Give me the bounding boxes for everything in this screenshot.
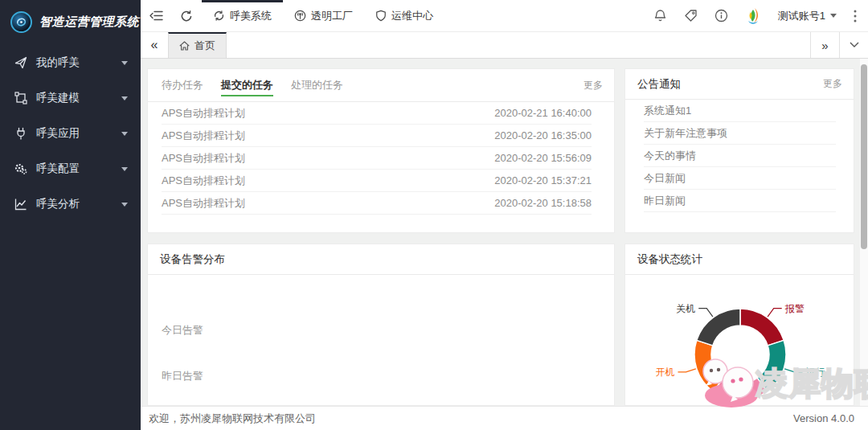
tab-home-label: 首页 [194, 39, 215, 53]
nav-item-ops-center[interactable]: 运维中心 [364, 0, 444, 32]
alarm-panel-header: 设备告警分布 [148, 244, 614, 275]
nav-item-transparent-factory[interactable]: 透明工厂 [283, 0, 364, 32]
nav-item-label: 运维中心 [391, 9, 433, 23]
task-row[interactable]: APS自动排程计划 2020-02-21 16:40:00 [162, 102, 592, 125]
svg-text:运行: 运行 [806, 367, 825, 378]
sync-icon [213, 10, 225, 22]
announcements-title: 公告通知 [637, 77, 681, 92]
footer-version: Version 4.0.0 [793, 412, 854, 424]
tab-submitted-tasks[interactable]: 提交的任务 [221, 69, 273, 102]
svg-text:开机: 开机 [655, 367, 674, 378]
chevron-down-icon [121, 96, 128, 100]
tasks-more-link[interactable]: 更多 [583, 79, 603, 92]
sidebar-menu: 我的呼美 呼美建模 呼美应用 呼美配置 [0, 45, 141, 222]
paper-plane-icon [14, 56, 27, 70]
sidebar-item-humei-analysis[interactable]: 呼美分析 [0, 186, 141, 222]
plug-icon [14, 127, 27, 141]
page-tabbar: « 首页 » [141, 32, 868, 59]
task-time: 2020-02-20 15:37:21 [494, 174, 592, 186]
info-icon[interactable] [714, 9, 728, 23]
alarm-panel-title: 设备告警分布 [160, 252, 225, 267]
task-row[interactable]: APS自动排程计划 2020-02-20 16:35:00 [162, 125, 592, 147]
tasks-list: APS自动排程计划 2020-02-21 16:40:00 APS自动排程计划 … [148, 102, 614, 215]
chevron-down-icon [121, 167, 128, 171]
svg-text:关机: 关机 [676, 303, 695, 314]
tabs-scroll-right-icon[interactable]: » [810, 32, 839, 58]
sidebar-item-my-humei[interactable]: 我的呼美 [0, 45, 141, 80]
device-status-panel: 设备状态统计 报警运行开机关机 [624, 244, 854, 406]
announcements-list: 系统通知1 关于新年注意事项 今天的事情 今日新闻 昨日新闻 [625, 100, 854, 212]
chevron-down-icon [830, 14, 837, 18]
status-panel-header: 设备状态统计 [625, 244, 854, 275]
chevron-down-icon [121, 61, 128, 65]
task-time: 2020-02-20 15:56:09 [494, 152, 592, 164]
svg-text:报警: 报警 [784, 303, 805, 314]
tab-todo-tasks[interactable]: 待办任务 [162, 69, 203, 102]
task-row[interactable]: APS自动排程计划 2020-02-20 15:37:21 [162, 170, 592, 192]
sidebar-fold-icon[interactable] [141, 0, 171, 32]
tasks-panel: 待办任务 提交的任务 处理的任务 更多 APS自动排程计划 2020-02-21… [147, 68, 615, 233]
task-title: APS自动排程计划 [162, 129, 245, 143]
task-title: APS自动排程计划 [162, 151, 245, 166]
task-title: APS自动排程计划 [162, 196, 245, 211]
task-time: 2020-02-20 15:18:58 [494, 197, 592, 209]
app-logo-row: 智造运营管理系统 [0, 0, 141, 43]
task-time: 2020-02-20 16:35:00 [494, 129, 592, 141]
announcements-panel: 公告通知 更多 系统通知1 关于新年注意事项 今天的事情 今日新闻 昨日新闻 [624, 68, 854, 233]
chevron-down-icon [121, 203, 128, 207]
shield-icon [375, 10, 387, 22]
top-navbar: 呼美系统 透明工厂 运维中心 测试 [141, 0, 868, 32]
announcements-more-link[interactable]: 更多 [823, 77, 842, 91]
task-title: APS自动排程计划 [162, 174, 245, 188]
bell-icon[interactable] [653, 9, 667, 23]
tab-home[interactable]: 首页 [168, 32, 227, 58]
app-title: 智造运营管理系统 [39, 14, 139, 30]
task-row[interactable]: APS自动排程计划 2020-02-20 15:56:09 [162, 147, 592, 170]
announcement-item[interactable]: 今天的事情 [644, 145, 836, 167]
task-time: 2020-02-21 16:40:00 [494, 107, 592, 119]
alarm-category-yesterday: 昨日告警 [162, 369, 203, 383]
gears-icon [14, 162, 27, 176]
tasks-panel-header: 待办任务 提交的任务 处理的任务 更多 [148, 69, 614, 102]
tabs-scroll-left-icon[interactable]: « [141, 32, 168, 58]
sidebar-item-humei-apps[interactable]: 呼美应用 [0, 116, 141, 151]
chevron-down-icon [121, 132, 128, 136]
announcements-header: 公告通知 更多 [625, 69, 854, 100]
announcement-item[interactable]: 昨日新闻 [644, 190, 836, 212]
scrollbar-track [860, 59, 868, 406]
app-logo-icon [10, 11, 32, 33]
footer: 欢迎，苏州凌犀物联网技术有限公司 Version 4.0.0 [141, 406, 868, 430]
announcement-item[interactable]: 关于新年注意事项 [644, 122, 836, 145]
device-status-donut: 报警运行开机关机 [625, 275, 854, 406]
task-title: APS自动排程计划 [162, 106, 245, 121]
refresh-icon[interactable] [171, 0, 202, 32]
status-panel-title: 设备状态统计 [637, 252, 702, 267]
chart-line-icon [14, 198, 27, 211]
broadcast-icon [294, 10, 306, 22]
navbar-right-group: 测试账号1 [653, 7, 868, 25]
scrollbar-thumb[interactable] [861, 64, 867, 249]
sidebar-item-label: 呼美分析 [36, 197, 80, 211]
nav-item-label: 呼美系统 [230, 9, 272, 23]
modeling-icon [14, 92, 27, 105]
user-menu[interactable]: 测试账号1 [778, 9, 837, 23]
user-name: 测试账号1 [778, 9, 825, 23]
announcement-item[interactable]: 今日新闻 [644, 167, 836, 190]
sidebar-item-label: 呼美配置 [36, 162, 80, 176]
tabbar-right-controls: » [810, 32, 868, 58]
nav-item-label: 透明工厂 [311, 9, 353, 23]
home-icon [179, 41, 190, 51]
sidebar-item-humei-config[interactable]: 呼美配置 [0, 151, 141, 186]
sidebar-item-label: 呼美应用 [36, 126, 80, 141]
sidebar-item-label: 呼美建模 [36, 91, 80, 105]
tabs-menu-icon[interactable] [839, 32, 868, 58]
tab-processed-tasks[interactable]: 处理的任务 [291, 69, 343, 102]
nav-item-humei-system[interactable]: 呼美系统 [202, 0, 283, 32]
task-row[interactable]: APS自动排程计划 2020-02-20 15:18:58 [162, 192, 592, 215]
sidebar-item-humei-modeling[interactable]: 呼美建模 [0, 80, 141, 116]
sidebar-item-label: 我的呼美 [36, 55, 80, 70]
tag-icon[interactable] [684, 9, 698, 23]
kebab-menu-icon[interactable] [854, 10, 857, 23]
alarm-distribution-panel: 设备告警分布 今日告警 昨日告警 [147, 244, 615, 406]
announcement-item[interactable]: 系统通知1 [644, 100, 836, 122]
